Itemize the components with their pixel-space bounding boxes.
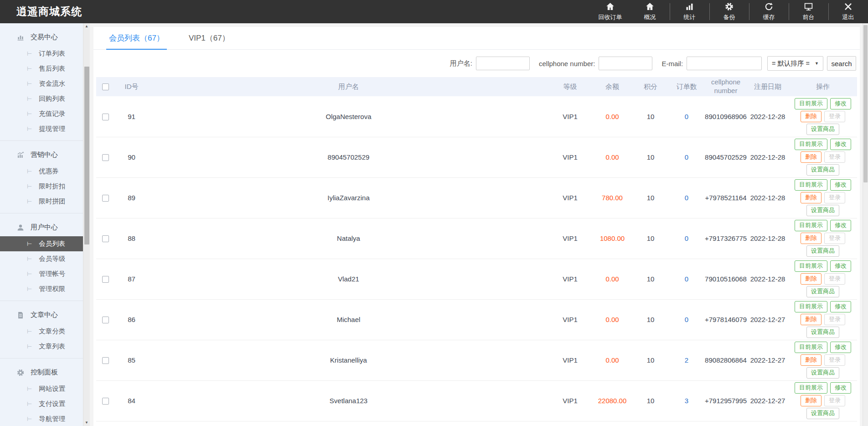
login-button[interactable]: 登录: [824, 151, 845, 163]
topbar-item-backup[interactable]: 备份: [709, 0, 749, 23]
orders-count-link[interactable]: 0: [685, 234, 688, 242]
sidebar-item-marketing-center-0[interactable]: ⊢优惠券: [0, 164, 83, 179]
sidebar-scrollbar-thumb[interactable]: [84, 67, 89, 244]
login-button[interactable]: 登录: [824, 111, 845, 122]
row-checkbox[interactable]: [102, 357, 109, 364]
login-button[interactable]: 登录: [824, 273, 845, 285]
delete-button[interactable]: 删除: [801, 111, 822, 122]
sidebar-item-user-center-0[interactable]: ⊢会员列表: [0, 236, 83, 251]
set-goods-button[interactable]: 设置商品: [806, 367, 839, 379]
edit-button[interactable]: 修改: [830, 260, 851, 272]
tab-vip1[interactable]: VIP1（67）: [187, 33, 232, 49]
delete-button[interactable]: 删除: [801, 354, 822, 366]
topbar-item-overview[interactable]: 概况: [630, 0, 670, 23]
sidebar-item-trade-center-4[interactable]: ⊢充值记录: [0, 106, 83, 121]
show-button[interactable]: 目前展示: [795, 342, 827, 353]
delete-button[interactable]: 删除: [801, 314, 822, 325]
login-button[interactable]: 登录: [824, 233, 845, 244]
set-goods-button[interactable]: 设置商品: [806, 286, 839, 297]
sidebar-item-marketing-center-1[interactable]: ⊢限时折扣: [0, 179, 83, 194]
sidebar-group-user-center[interactable]: 用户中心: [0, 219, 83, 236]
sidebar-item-control-panel-0[interactable]: ⊢网站设置: [0, 381, 83, 396]
delete-button[interactable]: 删除: [801, 233, 822, 244]
set-goods-button[interactable]: 设置商品: [806, 408, 839, 419]
set-goods-button[interactable]: 设置商品: [806, 205, 839, 216]
sidebar-item-user-center-2[interactable]: ⊢管理帐号: [0, 266, 83, 281]
sidebar-item-trade-center-5[interactable]: ⊢提现管理: [0, 121, 83, 136]
sidebar-item-trade-center-1[interactable]: ⊢售后列表: [0, 61, 83, 76]
login-button[interactable]: 登录: [824, 354, 845, 366]
sidebar-item-control-panel-1[interactable]: ⊢支付设置: [0, 396, 83, 411]
sidebar-item-control-panel-2[interactable]: ⊢导航管理: [0, 411, 83, 426]
sidebar-item-user-center-3[interactable]: ⊢管理权限: [0, 281, 83, 296]
tab-member-list[interactable]: 会员列表（67）: [107, 33, 166, 49]
sort-select[interactable]: = 默认排序 = ▼: [767, 56, 823, 71]
login-button[interactable]: 登录: [824, 395, 845, 406]
edit-button[interactable]: 修改: [830, 179, 851, 191]
sidebar-item-marketing-center-2[interactable]: ⊢限时拼团: [0, 194, 83, 209]
show-button[interactable]: 目前展示: [795, 139, 827, 150]
orders-count-link[interactable]: 0: [685, 194, 688, 202]
login-button[interactable]: 登录: [824, 192, 845, 203]
set-goods-button[interactable]: 设置商品: [806, 245, 839, 257]
orders-count-link[interactable]: 0: [685, 113, 688, 120]
row-checkbox[interactable]: [102, 114, 109, 120]
edit-button[interactable]: 修改: [830, 342, 851, 353]
select-all-checkbox[interactable]: [102, 83, 109, 90]
topbar-item-logout[interactable]: 退出: [828, 0, 868, 23]
scroll-down-arrow[interactable]: ▼: [83, 420, 90, 426]
cellphone-input[interactable]: [599, 57, 652, 70]
delete-button[interactable]: 删除: [801, 273, 822, 285]
show-button[interactable]: 目前展示: [795, 98, 827, 109]
show-button[interactable]: 目前展示: [795, 382, 827, 394]
sidebar-item-trade-center-0[interactable]: ⊢订单列表: [0, 46, 83, 61]
show-button[interactable]: 目前展示: [795, 179, 827, 191]
scroll-up-arrow[interactable]: ▲: [83, 24, 90, 29]
topbar-item-cache[interactable]: 缓存: [749, 0, 789, 23]
orders-count-link[interactable]: 2: [685, 356, 688, 364]
topbar-item-frontend[interactable]: 前台: [789, 0, 828, 23]
sidebar-group-trade-center[interactable]: 交易中心: [0, 29, 83, 46]
orders-count-link[interactable]: 0: [685, 153, 688, 161]
set-goods-button[interactable]: 设置商品: [806, 164, 839, 176]
row-checkbox[interactable]: [102, 154, 109, 161]
row-checkbox[interactable]: [102, 276, 109, 283]
row-checkbox[interactable]: [102, 195, 109, 202]
orders-count-link[interactable]: 0: [685, 275, 688, 283]
orders-count-link[interactable]: 0: [685, 316, 688, 323]
set-goods-button[interactable]: 设置商品: [806, 327, 839, 338]
sidebar-group-control-panel[interactable]: 控制面板: [0, 364, 83, 381]
email-input[interactable]: [687, 57, 762, 70]
sidebar-scrollbar[interactable]: ▲ ▼: [83, 23, 90, 426]
sidebar-group-article-center[interactable]: 文章中心: [0, 307, 83, 324]
delete-button[interactable]: 删除: [801, 192, 822, 203]
sidebar-item-trade-center-3[interactable]: ⊢回购列表: [0, 91, 83, 106]
show-button[interactable]: 目前展示: [795, 301, 827, 312]
row-checkbox[interactable]: [102, 235, 109, 242]
edit-button[interactable]: 修改: [830, 139, 851, 150]
show-button[interactable]: 目前展示: [795, 220, 827, 231]
edit-button[interactable]: 修改: [830, 382, 851, 394]
orders-count-link[interactable]: 3: [685, 397, 688, 405]
page-scrollbar[interactable]: [863, 23, 868, 426]
edit-button[interactable]: 修改: [830, 98, 851, 109]
row-checkbox[interactable]: [102, 317, 109, 323]
topbar-item-recycle-orders[interactable]: 回收订单: [590, 0, 630, 23]
topbar-item-statistics[interactable]: 统计: [670, 0, 709, 23]
sidebar-item-trade-center-2[interactable]: ⊢资金流水: [0, 76, 83, 91]
row-checkbox[interactable]: [102, 398, 109, 405]
edit-button[interactable]: 修改: [830, 220, 851, 231]
sidebar-group-marketing-center[interactable]: 营销中心: [0, 147, 83, 164]
set-goods-button[interactable]: 设置商品: [806, 124, 839, 135]
page-scrollbar-thumb[interactable]: [863, 25, 868, 182]
delete-button[interactable]: 删除: [801, 395, 822, 406]
sidebar-item-article-center-1[interactable]: ⊢文章列表: [0, 339, 83, 354]
login-button[interactable]: 登录: [824, 314, 845, 325]
search-button[interactable]: search: [827, 56, 856, 71]
edit-button[interactable]: 修改: [830, 301, 851, 312]
sidebar-item-user-center-1[interactable]: ⊢会员等级: [0, 251, 83, 266]
sidebar-item-article-center-0[interactable]: ⊢文章分类: [0, 324, 83, 339]
username-input[interactable]: [476, 57, 530, 70]
delete-button[interactable]: 删除: [801, 151, 822, 163]
show-button[interactable]: 目前展示: [795, 260, 827, 272]
